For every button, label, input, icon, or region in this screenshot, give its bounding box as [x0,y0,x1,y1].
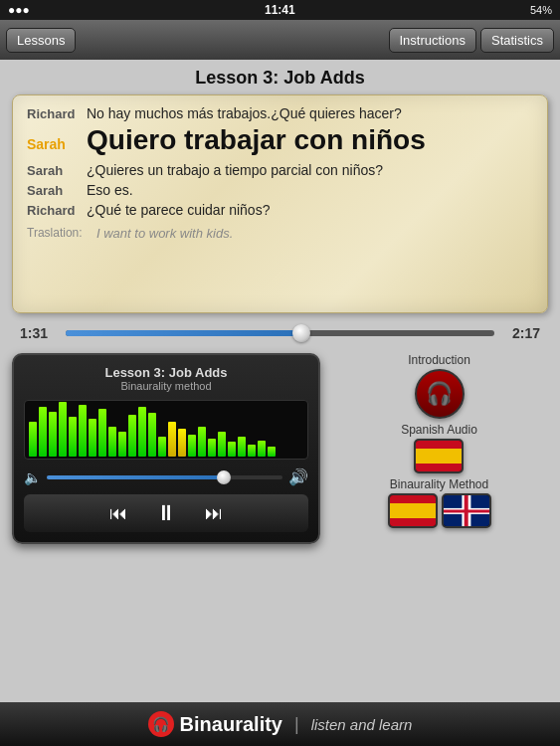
fast-forward-button[interactable]: ⏭ [201,503,227,524]
footer: 🎧 Binaurality | listen and learn [0,702,560,746]
spanish-label: Spanish Audio [401,423,477,437]
dialogue-row-2: Sarah Quiero trabajar con niños [27,125,533,156]
media-player: Lesson 3: Job Adds Binaurality method 🔈 … [12,353,320,544]
dual-flag-row [388,493,491,528]
translation-row: Traslation: I want to work with kids. [27,226,533,241]
clock: 11:41 [265,3,295,17]
viz-bar-0 [29,422,37,457]
intro-button[interactable]: 🎧 [415,369,465,419]
viz-bar-17 [198,427,206,457]
volume-high-icon: 🔊 [288,467,308,486]
viz-bar-1 [39,407,47,457]
volume-low-icon: 🔈 [24,469,41,485]
dialogue-text-5: ¿Qué te parece cuidar niños? [87,202,533,218]
volume-track[interactable] [47,475,282,479]
viz-bar-12 [148,413,156,457]
progress-fill [66,330,301,336]
dialogue-row-1: Richard No hay muchos más trabajos.¿Qué … [27,105,533,121]
viz-bar-2 [49,412,57,457]
bottom-section: Lesson 3: Job Adds Binaurality method 🔈 … [0,349,560,544]
speaker-sarah-3: Sarah [27,183,87,198]
spanish-group: Spanish Audio [401,423,477,473]
viz-bar-6 [89,419,96,457]
dialogue-text-1: No hay muchos más trabajos.¿Qué quieres … [87,105,533,121]
footer-brand: Binaurality [180,713,282,736]
bina-group: Binaurality Method [388,477,491,528]
translation-text: I want to work with kids. [96,226,233,241]
visualizer [24,400,308,460]
battery: 54% [530,4,552,16]
dialogue-text-3: ¿Quieres un trabajo a tiempo parcial con… [87,162,533,178]
statistics-button[interactable]: Statistics [480,28,554,53]
speaker-sarah-highlight: Sarah [27,136,87,152]
viz-bar-18 [208,439,216,457]
viz-bar-15 [178,429,186,457]
signal-strength: ●●● [8,3,30,17]
headphone-icon: 🎧 [426,381,453,407]
volume-thumb[interactable] [217,470,231,484]
speaker-richard-1: Richard [27,106,87,121]
viz-bar-21 [238,437,246,457]
dialogue-row-5: Richard ¿Qué te parece cuidar niños? [27,202,533,218]
footer-divider: | [294,714,299,735]
lessons-button[interactable]: Lessons [6,28,76,53]
rewind-button[interactable]: ⏮ [105,503,131,524]
translation-label: Traslation: [27,226,96,240]
bina-label: Binaurality Method [390,477,488,491]
viz-bar-3 [59,402,67,457]
dialogue-text-4: Eso es. [87,182,533,198]
play-pause-button[interactable]: ⏸ [151,500,181,526]
player-title: Lesson 3: Job Adds [24,365,308,380]
progress-area: 1:31 2:17 [0,313,560,349]
dialogue-row-3: Sarah ¿Quieres un trabajo a tiempo parci… [27,162,533,178]
viz-bar-20 [228,442,236,457]
speaker-richard-2: Richard [27,203,87,218]
viz-bar-22 [248,445,256,457]
transport-controls: ⏮ ⏸ ⏭ [24,494,308,532]
intro-group: Introduction 🎧 [408,353,470,419]
dialogue-card: Richard No hay muchos más trabajos.¿Qué … [12,94,548,313]
viz-bar-8 [108,427,116,457]
volume-fill [47,475,224,479]
footer-headphone-icon: 🎧 [148,711,174,737]
bina-uk-button[interactable] [442,493,491,528]
footer-tagline: listen and learn [311,716,413,733]
total-time: 2:17 [504,325,540,341]
volume-row: 🔈 🔊 [24,467,308,486]
current-time: 1:31 [20,325,56,341]
progress-track[interactable] [66,330,494,336]
spanish-button[interactable] [414,439,464,473]
viz-bar-14 [168,422,176,457]
viz-bar-10 [128,415,136,457]
bina-uk-flag [444,495,489,526]
viz-bar-9 [118,432,126,457]
progress-thumb[interactable] [292,324,310,342]
viz-bar-11 [138,407,146,457]
dialogue-text-highlight: Quiero trabajar con niños [87,125,533,156]
dialogue-row-4: Sarah Eso es. [27,182,533,198]
viz-bar-5 [79,405,87,457]
viz-bar-24 [268,447,276,457]
nav-bar: Lessons Instructions Statistics [0,20,560,60]
viz-bar-4 [69,417,77,457]
viz-bar-19 [218,432,226,457]
status-bar: ●●● 11:41 54% [0,0,560,20]
right-controls: Introduction 🎧 Spanish Audio Binaurality… [330,353,548,528]
bina-spanish-flag [390,495,436,526]
spanish-flag [416,441,462,471]
viz-bar-13 [158,437,166,457]
bina-spanish-button[interactable] [388,493,438,528]
viz-bar-23 [258,441,266,457]
viz-bar-16 [188,435,196,457]
footer-logo: 🎧 Binaurality [148,711,282,737]
page-title: Lesson 3: Job Adds [0,60,560,94]
viz-bar-7 [98,409,106,457]
instructions-button[interactable]: Instructions [389,28,476,53]
player-subtitle: Binaurality method [24,380,308,392]
intro-label: Introduction [408,353,470,367]
speaker-sarah-2: Sarah [27,163,87,178]
